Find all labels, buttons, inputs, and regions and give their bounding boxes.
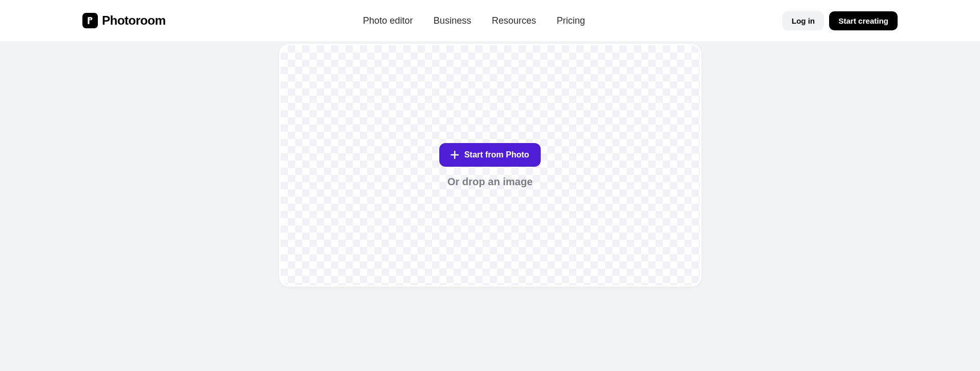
logo-text: Photoroom [102,13,165,28]
upload-button-label: Start from Photo [464,150,529,160]
start-from-photo-button[interactable]: Start from Photo [439,143,540,167]
nav-item-pricing[interactable]: Pricing [557,15,585,26]
header-actions: Log in Start creating [782,11,898,30]
main-nav: Photo editor Business Resources Pricing [363,15,585,26]
login-button[interactable]: Log in [782,11,824,30]
start-creating-button[interactable]: Start creating [829,11,898,30]
upload-card: Start from Photo Or drop an image [279,44,701,287]
nav-item-business[interactable]: Business [434,15,471,26]
plus-icon [451,151,459,159]
main: Start from Photo Or drop an image [0,41,980,307]
svg-rect-0 [90,19,91,20]
drop-text: Or drop an image [448,176,533,188]
nav-item-resources[interactable]: Resources [492,15,536,26]
header: Photoroom Photo editor Business Resource… [0,0,980,41]
nav-item-photo-editor[interactable]: Photo editor [363,15,413,26]
logo[interactable]: Photoroom [82,13,165,28]
logo-icon [82,13,98,28]
dropzone[interactable]: Start from Photo Or drop an image [281,45,700,285]
